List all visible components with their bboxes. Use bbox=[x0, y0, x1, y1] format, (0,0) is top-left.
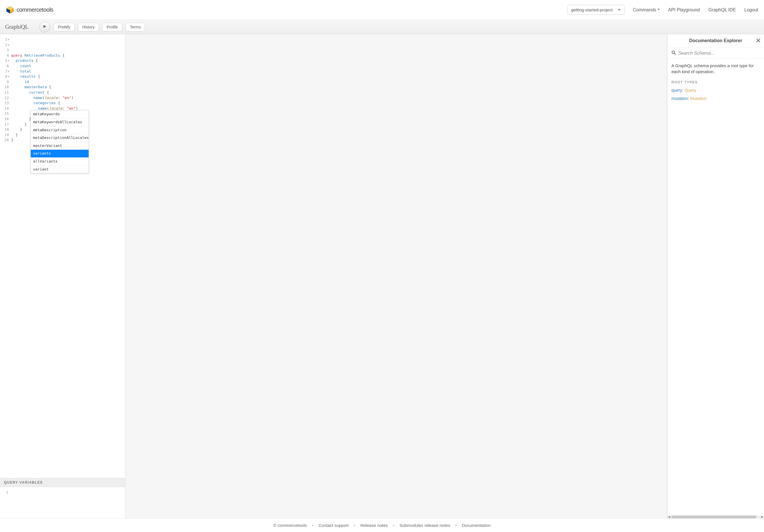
autocomplete-item[interactable]: variant bbox=[31, 166, 89, 173]
query-editor-pane: 1▼2▼345▼67▼8▼91011121314151617181920 que… bbox=[0, 34, 125, 518]
brand-logo: commercetools bbox=[6, 6, 53, 14]
doc-body: A GraphQL schema provides a root type fo… bbox=[668, 59, 764, 515]
prettify-button[interactable]: Prettify bbox=[54, 23, 75, 31]
code-line[interactable]: count bbox=[11, 64, 124, 69]
autocomplete-item[interactable]: variants bbox=[31, 150, 89, 158]
run-button[interactable] bbox=[39, 22, 50, 33]
brand-name: commercetools bbox=[17, 7, 53, 13]
footer-release-notes[interactable]: Release notes bbox=[360, 523, 388, 528]
code-content[interactable]: query RetrieveProducts { products { coun… bbox=[10, 34, 125, 478]
doc-field-name: query bbox=[671, 88, 682, 92]
line-number: 1▼ bbox=[0, 37, 9, 43]
main-area: 1▼2▼345▼67▼8▼91011121314151617181920 que… bbox=[0, 34, 764, 518]
documentation-explorer: Documentation Explorer A GraphQL schema … bbox=[667, 34, 764, 518]
qv-line-gutter: 1 bbox=[0, 487, 10, 518]
doc-explorer-title: Documentation Explorer bbox=[689, 38, 742, 43]
code-line[interactable]: id bbox=[11, 79, 124, 85]
top-header: commercetools getting-started-project Co… bbox=[0, 0, 764, 20]
close-icon[interactable] bbox=[756, 38, 761, 44]
search-icon bbox=[671, 51, 676, 56]
footer-separator: • bbox=[455, 523, 457, 528]
code-line[interactable]: query RetrieveProducts { bbox=[11, 53, 124, 58]
commercetools-logo-icon bbox=[6, 6, 14, 14]
fold-toggle-icon[interactable]: ▼ bbox=[8, 74, 9, 79]
doc-horizontal-scrollbar[interactable]: ◀ ▶ bbox=[668, 515, 764, 518]
nav-graphql-ide[interactable]: GraphQL IDE bbox=[708, 7, 736, 13]
line-number: 18 bbox=[0, 127, 9, 132]
profile-button[interactable]: Profile bbox=[102, 23, 122, 31]
line-number: 14 bbox=[0, 106, 9, 111]
line-number: 13 bbox=[0, 100, 9, 106]
footer-contact-support[interactable]: Contact support bbox=[318, 523, 349, 528]
schema-search-input[interactable] bbox=[678, 51, 760, 56]
svg-point-6 bbox=[672, 51, 674, 54]
chevron-down-icon bbox=[618, 9, 621, 11]
code-line[interactable]: total bbox=[11, 69, 124, 74]
doc-section-title: ROOT TYPES bbox=[671, 80, 760, 84]
terms-button[interactable]: Terms bbox=[126, 23, 145, 31]
footer-separator: • bbox=[312, 523, 313, 528]
line-number: 2▼ bbox=[0, 43, 9, 48]
footer-separator: • bbox=[393, 523, 394, 528]
autocomplete-item[interactable]: masterVariant bbox=[31, 142, 89, 150]
code-line[interactable]: current { bbox=[11, 90, 124, 95]
graphiql-title: GraphiQL bbox=[3, 24, 30, 30]
autocomplete-item[interactable]: metaKeywords bbox=[31, 110, 89, 118]
autocomplete-item[interactable]: allVariants bbox=[31, 158, 89, 166]
line-number: 16 bbox=[0, 116, 9, 122]
query-variables-editor[interactable]: 1 bbox=[0, 487, 125, 518]
doc-search bbox=[668, 48, 764, 59]
footer-submodules-release-notes[interactable]: Submodules release notes bbox=[399, 523, 450, 528]
code-line[interactable]: name(locale: "en") bbox=[11, 95, 124, 101]
scrollbar-thumb[interactable] bbox=[671, 515, 756, 518]
query-variables-header[interactable]: QUERY VARIABLES bbox=[0, 478, 125, 487]
line-number: 7▼ bbox=[0, 69, 9, 74]
line-number: 11 bbox=[0, 90, 9, 95]
doc-type-link[interactable]: Query bbox=[684, 88, 696, 92]
code-line[interactable]: categories { bbox=[11, 100, 124, 106]
fold-toggle-icon[interactable]: ▼ bbox=[8, 37, 9, 43]
autocomplete-item[interactable]: metaDescription bbox=[31, 126, 89, 134]
scroll-left-icon[interactable]: ◀ bbox=[668, 515, 670, 518]
line-gutter: 1▼2▼345▼67▼8▼91011121314151617181920 bbox=[0, 34, 10, 478]
project-select[interactable]: getting-started-project bbox=[567, 5, 625, 15]
fold-toggle-icon[interactable]: ▼ bbox=[8, 58, 9, 64]
doc-type-row: query: Query bbox=[671, 88, 760, 92]
autocomplete-item[interactable]: metaDescriptionAllLocales bbox=[31, 134, 89, 142]
svg-marker-3 bbox=[44, 25, 47, 28]
line-number: 12 bbox=[0, 95, 9, 101]
fold-toggle-icon[interactable]: ▼ bbox=[8, 43, 9, 48]
doc-field-name: mutation bbox=[671, 96, 688, 101]
nav-commands[interactable]: Commands bbox=[633, 7, 660, 13]
line-number: 10 bbox=[0, 84, 9, 90]
footer-separator: • bbox=[354, 523, 355, 528]
code-line[interactable]: products { bbox=[11, 58, 124, 64]
header-right: getting-started-project Commands API Pla… bbox=[567, 5, 758, 15]
line-number: 20 bbox=[0, 137, 9, 143]
nav-api-playground[interactable]: API Playground bbox=[668, 7, 700, 13]
code-line[interactable]: results { bbox=[11, 74, 124, 79]
autocomplete-popup[interactable]: metaKeywordsmetaKeywordsAllLocalesmetaDe… bbox=[31, 110, 89, 173]
result-pane bbox=[125, 34, 667, 518]
line-number: 3 bbox=[0, 48, 9, 53]
autocomplete-item[interactable]: metaKeywordsAllLocales bbox=[31, 118, 89, 126]
line-number: 9 bbox=[0, 79, 9, 85]
line-number: 17 bbox=[0, 122, 9, 127]
nav-logout[interactable]: Logout bbox=[744, 7, 758, 13]
code-line[interactable]: masterData { bbox=[11, 84, 124, 90]
qv-code[interactable] bbox=[10, 487, 125, 518]
footer-copyright: © commercetools bbox=[274, 523, 307, 528]
fold-toggle-icon[interactable]: ▼ bbox=[8, 69, 9, 74]
query-editor[interactable]: 1▼2▼345▼67▼8▼91011121314151617181920 que… bbox=[0, 34, 125, 478]
doc-type-row: mutation: Mutation bbox=[671, 96, 760, 101]
footer-documentation[interactable]: Documentation bbox=[462, 523, 490, 528]
doc-explorer-header: Documentation Explorer bbox=[668, 34, 764, 48]
scroll-right-icon[interactable]: ▶ bbox=[761, 515, 763, 518]
line-number: 15 bbox=[0, 111, 9, 116]
doc-type-link[interactable]: Mutation bbox=[690, 96, 707, 101]
line-number: 4 bbox=[0, 53, 9, 58]
history-button[interactable]: History bbox=[78, 23, 99, 31]
project-select-value: getting-started-project bbox=[571, 7, 613, 12]
line-number: 5▼ bbox=[0, 58, 9, 64]
footer: © commercetools • Contact support • Rele… bbox=[0, 518, 764, 532]
